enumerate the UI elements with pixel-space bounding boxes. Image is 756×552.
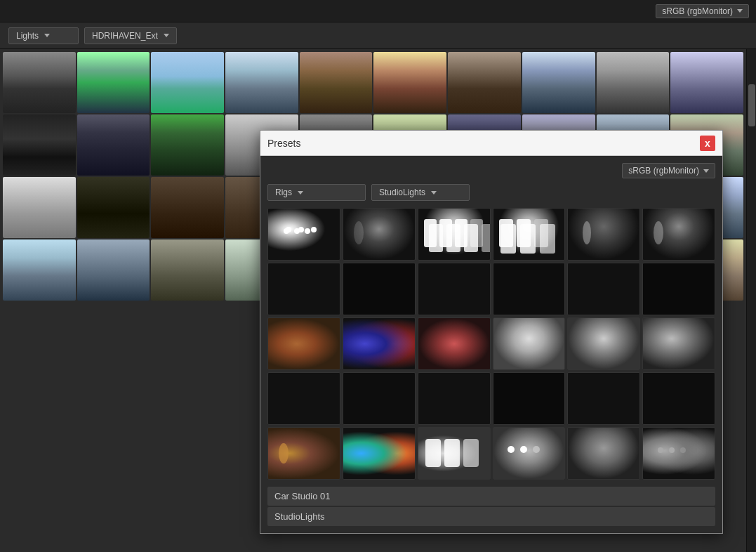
dialog-filter-row: Rigs StudioLights <box>267 184 715 201</box>
list-item[interactable] <box>343 208 416 261</box>
list-item[interactable] <box>418 427 491 480</box>
preset-list: Car Studio 01 StudioLights <box>267 487 715 526</box>
list-item[interactable] <box>522 52 595 113</box>
list-item[interactable] <box>3 52 76 113</box>
list-item[interactable] <box>418 372 491 425</box>
list-item[interactable] <box>642 263 715 315</box>
list-item[interactable] <box>567 317 640 370</box>
dialog-color-profile-dropdown[interactable]: sRGB (rgbMonitor) <box>622 163 715 178</box>
list-item[interactable] <box>77 114 150 176</box>
main-scrollbar[interactable] <box>746 49 756 552</box>
dialog-titlebar: Presets x <box>260 131 722 156</box>
list-item[interactable] <box>567 208 640 261</box>
list-item[interactable] <box>642 317 715 370</box>
list-item[interactable] <box>151 114 224 176</box>
lights-label: Lights <box>16 31 39 41</box>
lights-dropdown-arrow-icon <box>44 34 50 37</box>
list-item[interactable] <box>418 317 491 370</box>
list-item[interactable] <box>267 372 340 425</box>
list-item[interactable] <box>3 177 76 238</box>
list-item[interactable] <box>642 427 715 480</box>
list-item[interactable] <box>267 263 340 315</box>
rigs-dropdown-arrow-icon <box>298 191 303 195</box>
list-item[interactable] <box>343 427 416 480</box>
list-item[interactable] <box>597 52 670 113</box>
source-dropdown[interactable]: HDRIHAVEN_Ext <box>84 27 177 44</box>
list-item[interactable] <box>151 52 224 113</box>
list-item[interactable] <box>567 372 640 425</box>
list-item[interactable] <box>567 427 640 480</box>
preset-list-item[interactable]: StudioLights <box>267 507 715 526</box>
top-color-profile-label: sRGB (rgbMonitor) <box>662 6 733 16</box>
rigs-label: Rigs <box>275 188 292 197</box>
list-item[interactable] <box>373 52 446 113</box>
preset-list-item[interactable]: Car Studio 01 <box>267 487 715 506</box>
list-item[interactable] <box>418 263 491 315</box>
source-dropdown-arrow-icon <box>164 34 169 37</box>
list-item[interactable] <box>493 263 566 315</box>
rigs-dropdown[interactable]: Rigs <box>267 184 366 201</box>
list-item[interactable] <box>567 263 640 315</box>
list-item[interactable] <box>77 177 150 238</box>
studio-lights-dropdown[interactable]: StudioLights <box>371 184 470 201</box>
list-item[interactable] <box>343 372 416 425</box>
source-label: HDRIHAVEN_Ext <box>92 31 158 41</box>
dialog-title: Presets <box>267 138 300 149</box>
top-bar: sRGB (rgbMonitor) <box>0 0 756 22</box>
list-item[interactable] <box>77 52 150 113</box>
top-color-profile-dropdown[interactable]: sRGB (rgbMonitor) <box>656 4 749 18</box>
list-item[interactable] <box>418 208 491 261</box>
dialog-close-button[interactable]: x <box>700 136 715 151</box>
list-item[interactable] <box>642 208 715 261</box>
dialog-color-profile-arrow-icon <box>703 169 709 173</box>
list-item[interactable] <box>225 52 298 113</box>
list-item[interactable] <box>493 427 566 480</box>
list-item[interactable] <box>3 239 76 301</box>
studio-lights-dropdown-arrow-icon <box>431 191 437 195</box>
list-item[interactable] <box>343 317 416 370</box>
studio-lights-label: StudioLights <box>379 188 425 197</box>
dialog-top-row: sRGB (rgbMonitor) <box>267 163 715 178</box>
list-item[interactable] <box>267 427 340 480</box>
list-item[interactable] <box>493 372 566 425</box>
list-item[interactable] <box>267 317 340 370</box>
list-item[interactable] <box>267 208 340 261</box>
list-item[interactable] <box>300 52 373 113</box>
list-item[interactable] <box>151 177 224 238</box>
list-item[interactable] <box>493 317 566 370</box>
list-item[interactable] <box>343 263 416 315</box>
list-item[interactable] <box>3 114 76 176</box>
list-item[interactable] <box>448 52 521 113</box>
presets-dialog: Presets x sRGB (rgbMonitor) Rigs StudioL… <box>260 130 723 534</box>
preset-thumbnail-grid <box>267 208 715 480</box>
list-item[interactable] <box>642 372 715 425</box>
dialog-color-profile-label: sRGB (rgbMonitor) <box>628 166 699 176</box>
list-item[interactable] <box>670 52 743 113</box>
top-color-profile-arrow-icon <box>737 9 743 13</box>
list-item[interactable] <box>151 239 224 301</box>
dialog-body: sRGB (rgbMonitor) Rigs StudioLights <box>260 156 722 533</box>
scrollbar-thumb[interactable] <box>748 84 755 126</box>
lights-dropdown[interactable]: Lights <box>8 27 79 44</box>
list-item[interactable] <box>77 239 150 301</box>
list-item[interactable] <box>493 208 566 261</box>
subheader: Lights HDRIHAVEN_Ext <box>0 22 756 49</box>
